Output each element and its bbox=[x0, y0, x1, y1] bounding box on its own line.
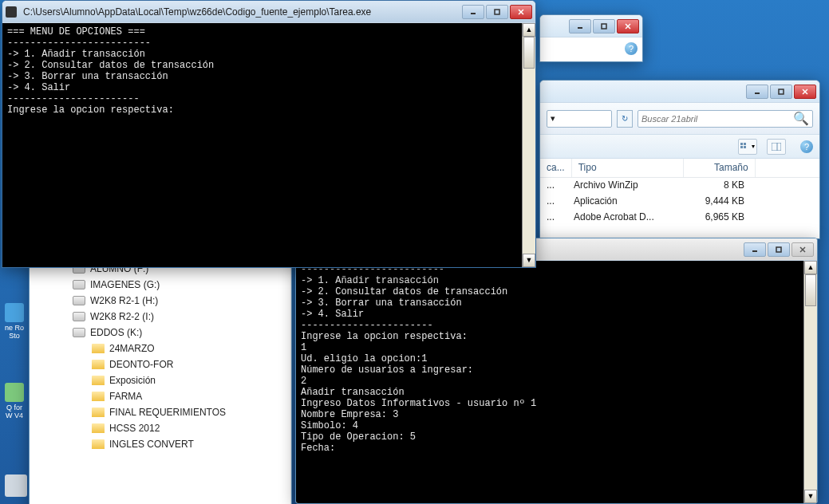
desktop-icon-label: Q for W V4 bbox=[6, 404, 23, 419]
desktop-icon-q[interactable]: Q for W V4 bbox=[2, 383, 26, 419]
folder-item[interactable]: FARMA bbox=[30, 388, 290, 404]
close-button[interactable] bbox=[617, 19, 639, 33]
desktop-icon-label: ne Ro Sto bbox=[5, 324, 24, 340]
view-mode-button[interactable]: ▾ bbox=[738, 139, 757, 155]
window-title: C:\Users\Alumno\AppData\Local\Temp\wz66d… bbox=[20, 6, 459, 18]
folder-label: INGLES CONVERT bbox=[109, 439, 194, 450]
explorer-toolbar: ▾ ↻ 🔍 bbox=[540, 103, 819, 135]
app-icon bbox=[6, 6, 17, 18]
console-window-2: go_fuente_ejemplo\Tarea.exe ------------… bbox=[295, 238, 818, 504]
scroll-track[interactable] bbox=[523, 37, 535, 254]
folder-label: FARMA bbox=[109, 391, 142, 402]
drive-item[interactable]: EDDOS (K:) bbox=[30, 325, 290, 341]
scroll-down-button[interactable]: ▼ bbox=[523, 254, 535, 267]
folder-label: Exposición bbox=[109, 375, 156, 386]
maximize-button[interactable] bbox=[768, 242, 790, 257]
titlebar[interactable] bbox=[540, 15, 642, 37]
q-app-icon bbox=[5, 383, 24, 402]
drive-icon bbox=[73, 296, 85, 305]
folder-label: DEONTO-FOR bbox=[109, 359, 173, 370]
cell-tam: 8 KB bbox=[679, 178, 751, 194]
explorer-menubar: ▾ ? bbox=[540, 135, 819, 159]
drive-item[interactable]: IMAGENES (G:) bbox=[30, 277, 290, 293]
cell-tipo: Adobe Acrobat D... bbox=[567, 210, 679, 226]
folder-icon bbox=[92, 376, 105, 385]
cell-tipo: Archivo WinZip bbox=[567, 178, 679, 194]
scroll-up-button[interactable]: ▲ bbox=[523, 23, 535, 37]
close-button[interactable] bbox=[791, 242, 814, 257]
drive-label: EDDOS (K:) bbox=[90, 327, 142, 338]
scroll-track[interactable] bbox=[804, 274, 817, 490]
maximize-button[interactable] bbox=[770, 85, 792, 99]
minimize-button[interactable] bbox=[462, 5, 484, 19]
scroll-up-button[interactable]: ▲ bbox=[804, 261, 817, 274]
scrollbar[interactable]: ▲ ▼ bbox=[522, 23, 535, 267]
svg-rect-1 bbox=[602, 24, 606, 29]
cell-tipo: Aplicación bbox=[567, 194, 679, 210]
folder-item[interactable]: INGLES CONVERT bbox=[30, 436, 290, 452]
svg-rect-15 bbox=[776, 247, 781, 252]
minimize-button[interactable] bbox=[744, 242, 766, 257]
file-row[interactable]: ...Adobe Acrobat D...6,965 KB bbox=[540, 210, 819, 226]
search-box[interactable]: 🔍 bbox=[638, 110, 813, 128]
folder-item[interactable]: FINAL REQUERIMIENTOS bbox=[30, 404, 290, 420]
folder-icon bbox=[92, 439, 105, 449]
preview-pane-button[interactable] bbox=[767, 139, 786, 155]
desktop-icon-remote[interactable]: ne Ro Sto bbox=[2, 303, 26, 340]
explorer-right-window: ▾ ↻ 🔍 ▾ ? ca... Tipo Tamaño ...Archivo W… bbox=[539, 80, 820, 239]
maximize-button[interactable] bbox=[593, 19, 615, 33]
scroll-thumb[interactable] bbox=[523, 37, 535, 69]
column-header-name-cut[interactable]: ca... bbox=[540, 159, 572, 177]
address-bar[interactable]: ▾ bbox=[547, 110, 612, 128]
folder-label: HCSS 2012 bbox=[109, 423, 160, 434]
drive-icon bbox=[73, 328, 85, 337]
drive-label: W2K8 R2-2 (I:) bbox=[90, 311, 154, 322]
drive-label: W2K8 R2-1 (H:) bbox=[90, 295, 158, 306]
close-button[interactable] bbox=[510, 5, 532, 19]
titlebar[interactable] bbox=[540, 81, 819, 103]
svg-rect-9 bbox=[744, 143, 746, 145]
folder-item[interactable]: HCSS 2012 bbox=[30, 420, 290, 436]
svg-rect-5 bbox=[779, 89, 784, 94]
list-header: ca... Tipo Tamaño bbox=[540, 159, 819, 178]
folder-label: 24MARZO bbox=[109, 343, 155, 354]
console-output[interactable]: ------------------------- -> 1. Añadir t… bbox=[296, 261, 803, 503]
minimize-button[interactable] bbox=[746, 85, 768, 99]
search-icon[interactable]: 🔍 bbox=[793, 111, 809, 126]
folder-item[interactable]: Exposición bbox=[30, 372, 290, 388]
help-icon[interactable]: ? bbox=[800, 140, 813, 153]
generic-icon bbox=[5, 474, 27, 497]
refresh-button[interactable]: ↻ bbox=[617, 110, 633, 128]
search-input[interactable] bbox=[641, 114, 793, 124]
folder-icon bbox=[92, 392, 105, 401]
file-list[interactable]: ca... Tipo Tamaño ...Archivo WinZip8 KB … bbox=[540, 159, 819, 238]
console-output[interactable]: === MENU DE OPCIONES === ---------------… bbox=[2, 23, 522, 267]
drive-item[interactable]: W2K8 R2-1 (H:) bbox=[30, 293, 290, 309]
file-row[interactable]: ...Archivo WinZip8 KB bbox=[540, 178, 819, 194]
desktop-icon-generic[interactable] bbox=[4, 474, 28, 498]
console-window-1: C:\Users\Alumno\AppData\Local\Temp\wz66d… bbox=[2, 0, 536, 268]
column-header-tipo[interactable]: Tipo bbox=[572, 159, 684, 177]
folder-label: FINAL REQUERIMIENTOS bbox=[109, 407, 226, 418]
window-bg-small: ? bbox=[539, 14, 643, 62]
scrollbar[interactable]: ▲ ▼ bbox=[803, 261, 817, 503]
maximize-button[interactable] bbox=[486, 5, 508, 19]
drive-item[interactable]: W2K8 R2-2 (I:) bbox=[30, 309, 290, 325]
drive-icon bbox=[73, 312, 85, 321]
column-header-tamano[interactable]: Tamaño bbox=[684, 159, 756, 177]
folder-item[interactable]: DEONTO-FOR bbox=[30, 356, 290, 372]
folder-icon bbox=[92, 344, 105, 353]
svg-rect-11 bbox=[744, 146, 746, 148]
drive-label: IMAGENES (G:) bbox=[90, 279, 160, 290]
scroll-down-button[interactable]: ▼ bbox=[804, 490, 817, 503]
folder-item[interactable]: 24MARZO bbox=[30, 341, 290, 356]
minimize-button[interactable] bbox=[569, 19, 591, 33]
file-row[interactable]: ...Aplicación9,444 KB bbox=[540, 194, 819, 210]
scroll-thumb[interactable] bbox=[805, 274, 816, 306]
generic-shortcut-icon bbox=[5, 303, 24, 322]
titlebar[interactable]: C:\Users\Alumno\AppData\Local\Temp\wz66d… bbox=[2, 1, 535, 23]
cell-tam: 6,965 KB bbox=[679, 210, 751, 226]
folder-icon bbox=[92, 408, 105, 417]
close-button[interactable] bbox=[794, 85, 816, 99]
help-icon[interactable]: ? bbox=[625, 42, 638, 55]
